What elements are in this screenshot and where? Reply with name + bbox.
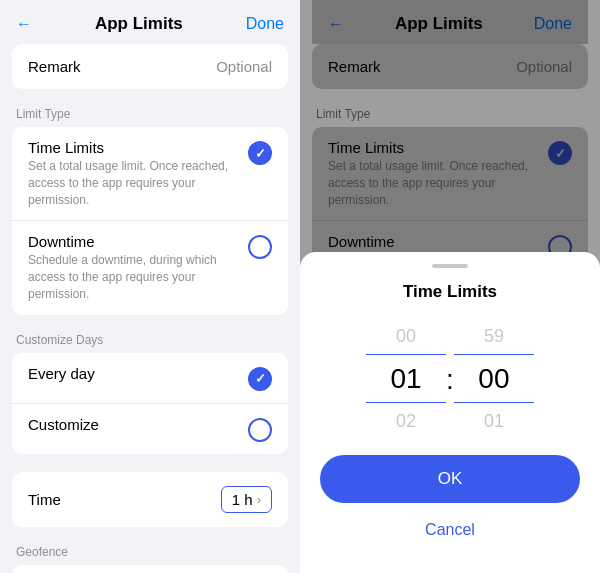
hours-column[interactable]: 00 01 02 [366, 318, 446, 439]
hours-selected: 01 [366, 354, 446, 403]
modal-ok-button[interactable]: OK [320, 455, 580, 503]
minutes-column[interactable]: 59 00 01 [454, 318, 534, 439]
time-limits-modal: Time Limits 00 01 02 : 59 00 01 OK Cance… [300, 252, 600, 573]
time-value[interactable]: 1 h › [221, 486, 272, 513]
limit-type-group: Time Limits Set a total usage limit. Onc… [12, 127, 288, 315]
geofence-row[interactable]: Geofence Area [12, 565, 288, 573]
hours-above: 00 [396, 318, 416, 354]
customize-days-group: Every day Customize [12, 353, 288, 454]
remark-value: Optional [216, 58, 272, 75]
modal-title: Time Limits [320, 282, 580, 302]
left-done-button[interactable]: Done [246, 15, 284, 33]
left-panel: ← App Limits Done Remark Optional Limit … [0, 0, 300, 573]
left-title: App Limits [95, 14, 183, 34]
left-content: Remark Optional Limit Type Time Limits S… [0, 44, 300, 573]
time-limits-text: Time Limits Set a total usage limit. Onc… [28, 139, 248, 208]
customize-option[interactable]: Customize [12, 404, 288, 454]
customize-days-section-label: Customize Days [12, 333, 288, 347]
time-value-text: 1 h [232, 491, 253, 508]
left-header: ← App Limits Done [0, 0, 300, 44]
minutes-above: 59 [484, 318, 504, 354]
remark-label: Remark [28, 58, 81, 75]
time-row[interactable]: Time 1 h › [12, 472, 288, 527]
downtime-checkbox[interactable] [248, 235, 272, 259]
minutes-selected: 00 [454, 354, 534, 403]
left-back-icon: ← [16, 15, 32, 33]
downtime-text: Downtime Schedule a downtime, during whi… [28, 233, 248, 302]
modal-cancel-button[interactable]: Cancel [320, 511, 580, 549]
customize-checkbox[interactable] [248, 418, 272, 442]
every-day-checkbox[interactable] [248, 367, 272, 391]
remark-row[interactable]: Remark Optional [12, 44, 288, 89]
hours-below: 02 [396, 403, 416, 439]
time-limits-option[interactable]: Time Limits Set a total usage limit. Onc… [12, 127, 288, 221]
customize-title: Customize [28, 416, 236, 433]
time-limits-title: Time Limits [28, 139, 236, 156]
every-day-option[interactable]: Every day [12, 353, 288, 404]
every-day-title: Every day [28, 365, 236, 382]
minutes-below: 01 [484, 403, 504, 439]
time-limits-checkbox[interactable] [248, 141, 272, 165]
right-panel: ← App Limits Done Remark Optional Limit … [300, 0, 600, 573]
downtime-desc: Schedule a downtime, during which access… [28, 252, 236, 302]
left-back-button[interactable]: ← [16, 15, 32, 33]
downtime-option[interactable]: Downtime Schedule a downtime, during whi… [12, 221, 288, 314]
time-limits-desc: Set a total usage limit. Once reached, a… [28, 158, 236, 208]
modal-handle [432, 264, 468, 268]
downtime-title: Downtime [28, 233, 236, 250]
time-chevron-icon: › [257, 492, 261, 507]
time-picker: 00 01 02 : 59 00 01 [320, 318, 580, 439]
every-day-text: Every day [28, 365, 248, 384]
geofence-section-label: Geofence [12, 545, 288, 559]
limit-type-section-label: Limit Type [12, 107, 288, 121]
time-colon: : [446, 366, 454, 394]
customize-text: Customize [28, 416, 248, 435]
time-label: Time [28, 491, 61, 508]
